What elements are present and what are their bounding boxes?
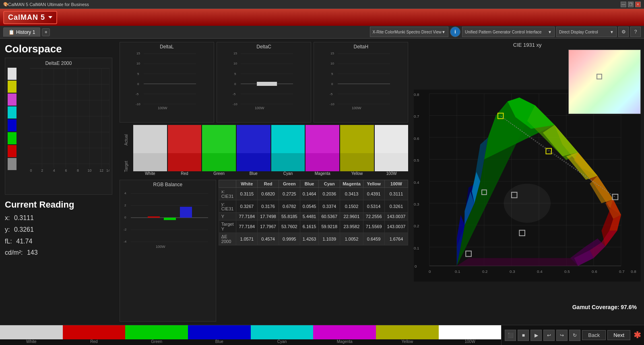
deltal-svg: 15 10 5 0 -5 -10 100W — [122, 50, 212, 112]
stop-btn[interactable]: ■ — [518, 330, 529, 341]
data-table: White Red Green Blue Cyan Magenta Yellow… — [219, 180, 409, 245]
cell-de-magenta: 1.0052 — [340, 233, 363, 245]
swatch-label-yellow: Yellow — [351, 171, 363, 176]
table-row-targety: Target Y 77.7184 17.7967 53.7602 6.1615 … — [219, 220, 408, 233]
col-header-cyan: Cyan — [319, 180, 340, 188]
bottom-swatch-magenta-label: Magenta — [337, 339, 353, 344]
source-dropdown-icon: ▼ — [442, 30, 446, 34]
next-page-btn[interactable]: Next — [607, 330, 630, 340]
cell-ty-red: 17.7967 — [258, 220, 279, 233]
cie-title: CIE 1931 xy — [414, 42, 641, 48]
back-btn[interactable]: ↩ — [543, 330, 555, 341]
close-btn[interactable]: ✕ — [635, 2, 641, 7]
calman-logo[interactable]: CalMAN 5 — [3, 11, 57, 24]
pattern-selector[interactable]: Unified Pattern Generator Control Interf… — [462, 27, 555, 37]
settings-btn[interactable]: ⚙ — [618, 27, 629, 37]
gamut-swatch-cursor — [597, 74, 602, 79]
swatch-actual-red — [168, 125, 202, 153]
swatch-label-cyan: Cyan — [283, 171, 293, 176]
swatch-green — [8, 132, 17, 144]
cell-de-green: 0.9995 — [279, 233, 300, 245]
cell-ty-magenta: 23.9582 — [340, 220, 363, 233]
target-label: Target — [116, 160, 136, 173]
cell-ty-blue: 6.1615 — [300, 220, 319, 233]
display-selector[interactable]: Direct Display Control ▼ — [556, 27, 617, 37]
play-btn[interactable]: ▶ — [530, 330, 542, 341]
bottom-swatch-cyan[interactable]: Cyan — [251, 325, 314, 345]
row-label-x: x: CIE31 — [219, 188, 236, 200]
display-label: Direct Display Control — [559, 30, 598, 34]
monitor-btn[interactable]: ⬛ — [505, 330, 516, 341]
deltac-title: DeltaC — [219, 44, 309, 50]
source-selector[interactable]: X-Rite ColorMunki Spectro Direct View ▼ — [370, 27, 448, 37]
cell-y-white: 0.3267 — [236, 200, 258, 213]
svg-text:100W: 100W — [158, 106, 167, 110]
reading-fl: fL: 41.74 — [5, 236, 112, 247]
svg-rect-72 — [148, 216, 160, 218]
tab-history-1[interactable]: 📋 History 1 — [3, 27, 40, 37]
bottom-swatch-100w[interactable]: 100W — [439, 325, 502, 345]
top-toolbar: X-Rite ColorMunki Spectro Direct View ▼ … — [370, 27, 641, 37]
bottom-swatch-white[interactable]: White — [0, 325, 63, 345]
bottom-swatch-cyan-color — [251, 325, 314, 339]
swatch-target-magenta — [305, 153, 339, 171]
cell-Y-blue: 5.4481 — [300, 213, 319, 220]
swatch-target-red — [168, 153, 202, 171]
svg-text:10: 10 — [136, 62, 140, 65]
minimize-btn[interactable]: — — [621, 2, 626, 7]
cell-de-yellow: 0.6459 — [363, 233, 384, 245]
col-header-100w: 100W — [384, 180, 408, 188]
swatch-label-100w: 100W — [386, 171, 397, 176]
info-btn[interactable]: i — [450, 27, 460, 37]
right-panel: CIE 1931 xy — [411, 39, 644, 325]
settings-icon: ⚙ — [621, 29, 626, 35]
svg-text:0.8: 0.8 — [414, 92, 419, 97]
svg-rect-73 — [164, 218, 176, 220]
svg-text:15: 15 — [233, 52, 237, 55]
bottom-swatch-blue[interactable]: Blue — [188, 325, 251, 345]
help-btn[interactable]: ? — [630, 27, 641, 37]
bottom-swatch-yellow[interactable]: Yellow — [376, 325, 439, 345]
bottom-swatch-100w-color — [439, 325, 502, 339]
table-row-y: y: CIE31 0.3267 0.3176 0.6782 0.0545 0.3… — [219, 200, 408, 213]
forward-btn[interactable]: ↪ — [556, 330, 568, 341]
swatch-100w — [8, 158, 17, 170]
info-icon: i — [454, 29, 456, 35]
refresh-btn[interactable]: ↻ — [569, 330, 580, 341]
cell-Y-magenta: 22.9601 — [340, 213, 363, 220]
svg-text:-10: -10 — [136, 102, 140, 106]
swatch-target-yellow — [340, 153, 374, 171]
deltac-svg: 15 10 5 0 -5 -10 100W — [219, 50, 309, 112]
svg-text:8: 8 — [77, 168, 79, 172]
app-icon: 🎨 — [3, 2, 8, 6]
swatch-cyan — [8, 106, 17, 118]
fl-label: fL: — [5, 238, 12, 245]
bottom-swatch-green[interactable]: Green — [125, 325, 188, 345]
svg-text:-10: -10 — [330, 102, 334, 106]
swatch-col-white: White — [133, 125, 167, 177]
asterisk-btn[interactable]: ✱ — [634, 330, 641, 341]
restore-btn[interactable]: ❐ — [628, 2, 634, 7]
rgb-balance-title: RGB Balance — [122, 182, 214, 187]
svg-text:0.7: 0.7 — [619, 269, 625, 274]
svg-text:5: 5 — [137, 72, 139, 76]
back-page-btn[interactable]: Back — [582, 330, 606, 340]
tab-add-btn[interactable]: + — [42, 28, 50, 36]
bottom-swatch-magenta[interactable]: Magenta — [313, 325, 376, 345]
swatch-label-blue: Blue — [250, 171, 258, 176]
swatch-col-green: Green — [202, 125, 236, 177]
middle-panel: DeltaL 15 10 5 0 -5 -10 100W — [117, 39, 411, 325]
cell-y-blue: 0.0545 — [300, 200, 319, 213]
deltae-chart-container: DeltaE 2000 — [5, 58, 112, 195]
bottom-swatch-green-color — [125, 325, 188, 339]
color-swatches-row: Actual Target White Red Green — [120, 125, 409, 177]
cell-y-magenta: 0.1502 — [340, 200, 363, 213]
svg-text:14: 14 — [106, 168, 109, 172]
svg-rect-47 — [257, 82, 277, 86]
swatch-label-magenta: Magenta — [315, 171, 330, 176]
cell-y-yellow: 0.5314 — [363, 200, 384, 213]
svg-text:-2: -2 — [124, 228, 127, 231]
swatch-yellow — [8, 81, 17, 93]
col-header-white: White — [236, 180, 258, 188]
bottom-swatch-red[interactable]: Red — [63, 325, 126, 345]
